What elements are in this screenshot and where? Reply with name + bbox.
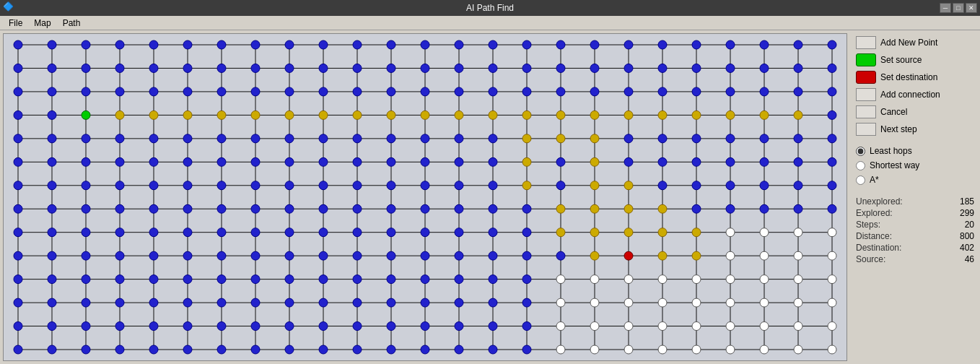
title-bar: 🔷 AI Path Find ─ □ ✕: [0, 0, 980, 16]
destination-value: 402: [934, 243, 974, 253]
source-label: Source:: [856, 254, 928, 264]
unexplored-value: 185: [934, 196, 974, 207]
add-new-point-button[interactable]: Add New Point: [880, 38, 937, 48]
app-icon: 🔷: [3, 1, 16, 14]
menu-file[interactable]: File: [3, 17, 28, 30]
explored-value: 299: [934, 208, 974, 218]
menu-bar: File Map Path: [0, 16, 980, 30]
next-step-row: Next step: [856, 123, 974, 136]
shortest-way-label[interactable]: Shortest way: [870, 160, 919, 170]
shortest-way-radio[interactable]: [856, 161, 865, 170]
add-connection-button[interactable]: Add connection: [880, 90, 940, 100]
add-new-point-row: Add New Point: [856, 36, 974, 49]
minimize-button[interactable]: ─: [940, 3, 951, 13]
explored-label: Explored:: [856, 208, 928, 218]
set-destination-icon: [856, 71, 876, 84]
close-button[interactable]: ✕: [966, 3, 977, 13]
set-destination-row: Set destination: [856, 71, 974, 84]
sidebar: Add New Point Set source Set destination…: [850, 30, 980, 364]
destination-label: Destination:: [856, 243, 928, 253]
stats-panel: Unexplored: 185 Explored: 299 Steps: 20 …: [856, 196, 974, 264]
distance-label: Distance:: [856, 231, 928, 241]
a-star-radio[interactable]: [856, 176, 865, 185]
steps-label: Steps:: [856, 220, 928, 230]
cancel-row: Cancel: [856, 105, 974, 118]
a-star-row: A*: [856, 175, 974, 185]
add-new-point-icon: [856, 36, 876, 49]
menu-map[interactable]: Map: [28, 17, 56, 30]
add-connection-row: Add connection: [856, 88, 974, 101]
least-hops-radio[interactable]: [856, 147, 865, 156]
window-title: AI Path Find: [466, 3, 514, 13]
source-value: 46: [934, 254, 974, 264]
set-source-icon: [856, 53, 876, 66]
set-source-button[interactable]: Set source: [880, 55, 922, 65]
cancel-button[interactable]: Cancel: [880, 107, 907, 117]
least-hops-row: Least hops: [856, 146, 974, 156]
set-destination-button[interactable]: Set destination: [880, 72, 937, 82]
canvas-area: [3, 33, 847, 361]
unexplored-label: Unexplored:: [856, 196, 928, 207]
shortest-way-row: Shortest way: [856, 160, 974, 170]
least-hops-label[interactable]: Least hops: [870, 146, 912, 156]
maximize-button[interactable]: □: [953, 3, 964, 13]
steps-value: 20: [934, 220, 974, 230]
next-step-icon: [856, 123, 876, 136]
set-source-row: Set source: [856, 53, 974, 66]
menu-path[interactable]: Path: [57, 17, 87, 30]
next-step-button[interactable]: Next step: [880, 124, 917, 134]
a-star-label[interactable]: A*: [870, 175, 879, 185]
distance-value: 800: [934, 231, 974, 241]
add-connection-icon: [856, 88, 876, 101]
algorithm-group: Least hops Shortest way A*: [856, 146, 974, 185]
cancel-icon: [856, 105, 876, 118]
